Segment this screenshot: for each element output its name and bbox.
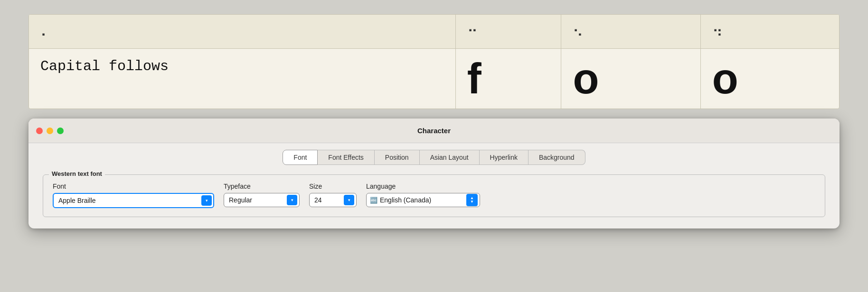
language-dropdown-wrapper: English (Canada) English (US) English (U… (366, 193, 480, 207)
western-text-font-group: Western text font Font Apple Braille Ari… (43, 174, 825, 217)
tab-position[interactable]: Position (375, 150, 420, 165)
braille-cell-3-label: o (561, 49, 700, 109)
font-dropdown-wrapper: Apple Braille Arial Helvetica Times New … (53, 193, 214, 208)
braille-row-dots: ⠄ ⠒ ⠢ ⠲ (29, 15, 839, 49)
typeface-field-group: Typeface Regular Italic Bold Bold Italic… (224, 182, 300, 207)
maximize-button[interactable] (57, 128, 64, 134)
font-fields-row: Font Apple Braille Arial Helvetica Times… (53, 182, 815, 208)
window-titlebar: Character (28, 119, 840, 143)
window-controls (36, 128, 64, 134)
language-field-group: Language English (Canada) English (US) E… (366, 182, 480, 207)
braille-cell-2-label: f (455, 49, 561, 109)
character-dialog: Character Font Font Effects Position Asi… (28, 119, 840, 228)
minimize-button[interactable] (47, 128, 53, 134)
tab-background[interactable]: Background (528, 150, 585, 165)
font-select[interactable]: Apple Braille Arial Helvetica Times New … (53, 193, 214, 208)
typeface-dropdown-wrapper: Regular Italic Bold Bold Italic ▾ (224, 193, 300, 207)
font-field-group: Font Apple Braille Arial Helvetica Times… (53, 182, 214, 208)
size-label: Size (309, 182, 357, 190)
braille-cell-1-label: Capital follows (29, 49, 455, 109)
braille-row-labels: Capital follows f o o (29, 49, 839, 109)
window-title: Character (417, 127, 451, 135)
size-dropdown-wrapper: 8 10 12 14 18 20 24 28 36 48 72 (309, 193, 357, 207)
tab-hyperlink[interactable]: Hyperlink (480, 150, 528, 165)
braille-cell-3-dot: ⠢ (561, 15, 700, 49)
tab-asian-layout[interactable]: Asian Layout (420, 150, 480, 165)
section-group-label: Western text font (49, 170, 105, 177)
language-label: Language (366, 182, 480, 190)
braille-table-area: ⠄ ⠒ ⠢ ⠲ Capital follows f o o (28, 14, 840, 109)
braille-table: ⠄ ⠒ ⠢ ⠲ Capital follows f o o (29, 15, 839, 109)
braille-cell-4-dot: ⠲ (700, 15, 839, 49)
size-select[interactable]: 8 10 12 14 18 20 24 28 36 48 72 (309, 193, 357, 207)
braille-cell-4-label: o (700, 49, 839, 109)
tab-font[interactable]: Font (283, 150, 318, 165)
font-label: Font (53, 182, 214, 190)
tab-font-effects[interactable]: Font Effects (318, 150, 374, 165)
braille-cell-1-dot: ⠄ (29, 15, 455, 49)
typeface-select[interactable]: Regular Italic Bold Bold Italic (224, 193, 300, 207)
content-area: Western text font Font Apple Braille Ari… (28, 165, 840, 228)
braille-cell-2-dot: ⠒ (455, 15, 561, 49)
language-select[interactable]: English (Canada) English (US) English (U… (366, 193, 480, 207)
size-field-group: Size 8 10 12 14 18 20 24 28 36 48 (309, 182, 357, 207)
close-button[interactable] (36, 128, 43, 134)
typeface-label: Typeface (224, 182, 300, 190)
tab-bar: Font Font Effects Position Asian Layout … (28, 143, 840, 165)
